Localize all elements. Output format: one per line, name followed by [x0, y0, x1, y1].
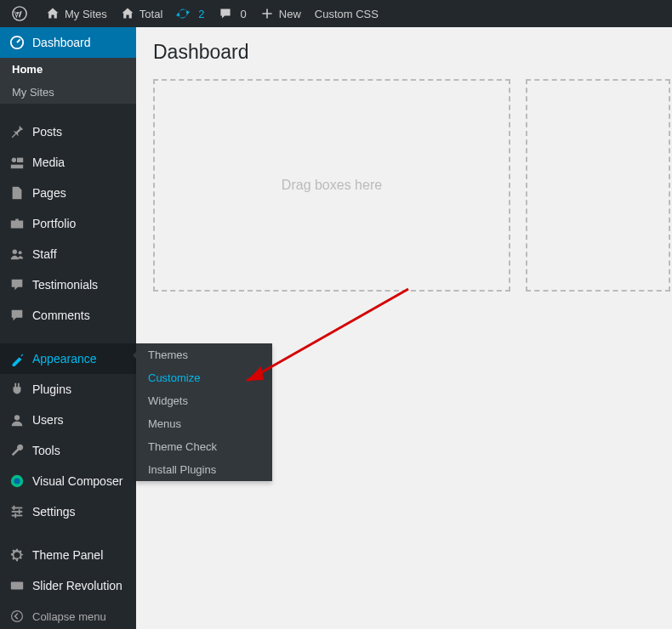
users-icon: [9, 411, 26, 428]
menu-dashboard[interactable]: Dashboard: [0, 27, 136, 58]
svg-point-8: [14, 478, 20, 484]
menu-posts-label: Posts: [32, 125, 62, 139]
dashboard-dropzones: Drag boxes here: [153, 79, 672, 292]
menu-plugins-label: Plugins: [32, 382, 71, 396]
site-name[interactable]: Total: [114, 0, 169, 27]
menu-staff[interactable]: Staff: [0, 239, 136, 269]
comment-icon: [219, 7, 232, 20]
collapse-icon: [9, 608, 26, 625]
plus-icon: [260, 7, 274, 20]
menu-comments[interactable]: Comments: [0, 300, 136, 331]
my-sites-label: My Sites: [65, 8, 107, 20]
dashboard-dropzone[interactable]: [526, 79, 670, 292]
menu-dashboard-label: Dashboard: [32, 36, 91, 49]
collapse-menu[interactable]: Collapse menu: [0, 601, 136, 629]
vc-icon: [9, 473, 26, 490]
plugins-icon: [9, 381, 26, 398]
tools-icon: [9, 442, 26, 459]
menu-portfolio[interactable]: Portfolio: [0, 208, 136, 239]
wordpress-icon: [12, 6, 27, 21]
menu-theme-panel[interactable]: Theme Panel: [0, 540, 136, 570]
menu-visual-composer[interactable]: Visual Composer: [0, 466, 136, 496]
pin-icon: [9, 123, 26, 140]
my-sites[interactable]: My Sites: [39, 0, 114, 27]
gear-icon: [9, 547, 26, 564]
submenu-home[interactable]: Home: [0, 58, 136, 81]
page-icon: [9, 184, 26, 201]
comments-count: 0: [241, 8, 247, 20]
portfolio-icon: [9, 215, 26, 232]
svg-rect-10: [12, 511, 23, 513]
menu-tools[interactable]: Tools: [0, 435, 136, 466]
menu-appearance-label: Appearance: [32, 352, 97, 366]
new-content[interactable]: New: [253, 0, 308, 27]
menu-testimonials-label: Testimonials: [32, 278, 98, 292]
admin-bar: My Sites Total 2 0 New Custom CSS: [0, 0, 672, 27]
media-icon: [9, 154, 26, 171]
svg-point-4: [13, 250, 17, 254]
testimonial-icon: [9, 276, 26, 293]
menu-slider-revolution[interactable]: Slider Revolution: [0, 570, 136, 601]
menu-plugins[interactable]: Plugins: [0, 374, 136, 405]
custom-css[interactable]: Custom CSS: [308, 0, 385, 27]
svg-rect-14: [14, 513, 16, 518]
content-area: Dashboard Drag boxes here: [136, 27, 672, 629]
menu-portfolio-label: Portfolio: [32, 217, 76, 230]
menu-staff-label: Staff: [32, 247, 57, 261]
settings-icon: [9, 503, 26, 520]
svg-point-16: [12, 611, 23, 622]
collapse-label: Collapse menu: [32, 610, 106, 623]
site-name-label: Total: [140, 8, 162, 20]
menu-pages-label: Pages: [32, 186, 66, 200]
svg-point-6: [14, 415, 20, 420]
custom-css-label: Custom CSS: [315, 8, 379, 20]
menu-theme-panel-label: Theme Panel: [32, 548, 103, 562]
menu-media[interactable]: Media: [0, 147, 136, 178]
svg-rect-3: [17, 158, 23, 162]
menu-slider-label: Slider Revolution: [32, 579, 122, 592]
dropzone-label: Drag boxes here: [282, 178, 382, 193]
menu-users-label: Users: [32, 413, 64, 427]
submenu-mysites[interactable]: My Sites: [0, 81, 136, 104]
wp-logo[interactable]: [5, 0, 39, 27]
slider-icon: [9, 577, 26, 594]
home-icon: [46, 7, 60, 20]
appearance-icon: [9, 350, 26, 367]
menu-settings[interactable]: Settings: [0, 496, 136, 527]
menu-posts[interactable]: Posts: [0, 116, 136, 147]
menu-vc-label: Visual Composer: [32, 474, 122, 488]
svg-rect-15: [11, 582, 23, 590]
comment-icon: [9, 307, 26, 324]
dashboard-dropzone[interactable]: Drag boxes here: [153, 79, 510, 292]
home-icon: [121, 7, 134, 20]
menu-tools-label: Tools: [32, 444, 60, 457]
updates[interactable]: 2: [169, 0, 211, 27]
menu-appearance[interactable]: Appearance: [0, 343, 136, 374]
svg-rect-12: [14, 506, 15, 510]
svg-point-5: [19, 251, 22, 254]
svg-rect-11: [12, 515, 23, 517]
page-title: Dashboard: [153, 41, 672, 64]
comments[interactable]: 0: [212, 0, 253, 27]
menu-users[interactable]: Users: [0, 405, 136, 435]
menu-comments-label: Comments: [32, 309, 90, 322]
svg-point-2: [12, 158, 16, 162]
menu-media-label: Media: [32, 156, 65, 169]
menu-settings-label: Settings: [32, 505, 76, 518]
dashboard-icon: [9, 34, 26, 51]
groups-icon: [9, 246, 26, 263]
submenu-dashboard: Home My Sites: [0, 58, 136, 104]
menu-pages[interactable]: Pages: [0, 178, 136, 208]
new-label: New: [279, 8, 301, 20]
admin-sidebar: Dashboard Home My Sites Posts Media Page…: [0, 27, 136, 629]
update-icon: [176, 7, 190, 20]
menu-testimonials[interactable]: Testimonials: [0, 269, 136, 300]
updates-count: 2: [198, 8, 204, 20]
svg-rect-13: [19, 509, 20, 513]
